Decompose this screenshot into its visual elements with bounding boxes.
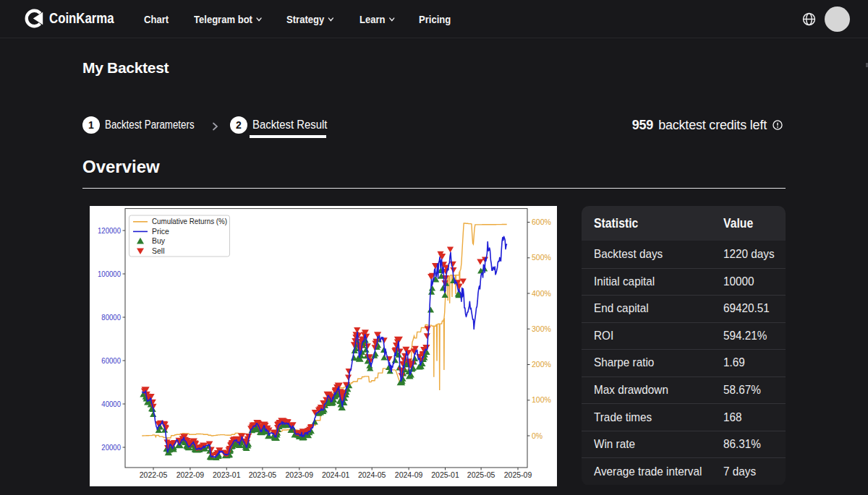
svg-text:120000: 120000	[98, 226, 121, 235]
svg-text:2025-05: 2025-05	[467, 470, 495, 479]
svg-text:400%: 400%	[532, 289, 551, 298]
svg-text:2023-09: 2023-09	[286, 470, 314, 479]
svg-text:2022-05: 2022-05	[140, 470, 168, 479]
svg-text:300%: 300%	[532, 324, 551, 333]
svg-text:200%: 200%	[532, 360, 551, 369]
svg-text:80000: 80000	[101, 313, 121, 322]
svg-text:Sell: Sell	[152, 246, 165, 255]
svg-text:2022-09: 2022-09	[176, 470, 205, 479]
svg-text:600%: 600%	[532, 218, 551, 226]
svg-text:500%: 500%	[532, 253, 551, 262]
svg-text:20000: 20000	[101, 443, 121, 452]
svg-text:2024-09: 2024-09	[395, 470, 423, 479]
svg-text:Buy: Buy	[152, 236, 166, 245]
svg-text:0%: 0%	[532, 431, 542, 440]
svg-text:60000: 60000	[101, 356, 121, 365]
svg-text:2023-01: 2023-01	[213, 470, 241, 479]
svg-text:Cumulative Returns (%): Cumulative Returns (%)	[152, 217, 227, 225]
svg-text:2024-01: 2024-01	[322, 470, 350, 479]
svg-text:2024-05: 2024-05	[358, 470, 386, 479]
svg-text:2023-05: 2023-05	[249, 470, 277, 479]
svg-text:2025-09: 2025-09	[504, 470, 532, 479]
svg-text:2025-01: 2025-01	[431, 470, 459, 479]
svg-text:100%: 100%	[532, 395, 551, 404]
svg-text:Price: Price	[152, 227, 169, 236]
svg-text:100000: 100000	[98, 270, 121, 278]
svg-text:40000: 40000	[101, 400, 121, 408]
